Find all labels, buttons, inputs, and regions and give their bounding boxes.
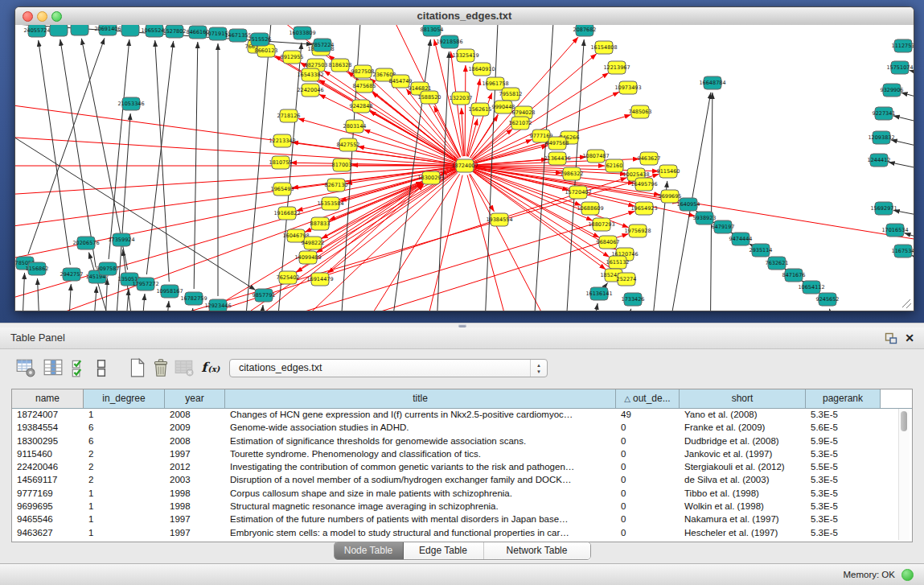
graph-node[interactable]: 7485063	[629, 105, 652, 118]
graph-node[interactable]: 1733426	[622, 293, 645, 306]
column-header-year[interactable]: year	[165, 389, 225, 408]
graph-node[interactable]: 8471676	[782, 269, 806, 282]
graph-node[interactable]: 9097587	[97, 262, 120, 275]
graph-node[interactable]: 8912955	[281, 51, 304, 64]
graph-node[interactable]: 12093832	[868, 131, 894, 144]
graph-edge[interactable]	[893, 116, 914, 126]
graph-edge[interactable]	[910, 70, 914, 77]
graph-node[interactable]: 9474444	[729, 233, 753, 245]
float-panel-icon[interactable]	[885, 332, 897, 344]
graph-node[interactable]: 1615132	[606, 256, 630, 269]
select-columns-button[interactable]	[41, 356, 65, 380]
graph-node[interactable]: 8475685	[353, 80, 376, 93]
graph-node[interactable]: 19218586	[436, 35, 462, 48]
graph-edge[interactable]	[67, 284, 71, 311]
graph-node[interactable]: 8427552	[337, 138, 360, 151]
graph-node[interactable]: 18640910	[468, 63, 495, 76]
graph-node[interactable]: 7955812	[499, 88, 523, 101]
graph-edge[interactable]	[891, 140, 914, 150]
graph-edge[interactable]	[889, 162, 914, 171]
graph-node[interactable]	[50, 25, 68, 36]
table-row[interactable]: 1938455462009Genome-wide association stu…	[12, 421, 901, 434]
graph-node[interactable]: 19384554	[486, 213, 512, 226]
graph-node[interactable]: 1244412	[868, 154, 891, 167]
table-row[interactable]: 946554611997Estimation of the future num…	[12, 513, 901, 525]
graph-node[interactable]: 6479197	[712, 220, 735, 233]
column-header-pagerank[interactable]: pagerank	[806, 389, 881, 408]
tab-node-table[interactable]: Node Table	[335, 542, 404, 559]
graph-edge[interactable]	[28, 38, 105, 253]
graph-edge[interactable]	[620, 309, 631, 311]
graph-node[interactable]: 10688609	[577, 202, 603, 215]
graph-node[interactable]: 1322037	[450, 92, 473, 105]
graph-node[interactable]: 2718126	[277, 109, 301, 122]
graph-node[interactable]: 1640954	[677, 198, 700, 211]
table-row[interactable]: 2242004622012Investigating the contribut…	[12, 460, 901, 473]
column-header-name[interactable]: name	[12, 389, 84, 408]
graph-node[interactable]: 19166822	[273, 207, 300, 220]
network-window-titlebar[interactable]: citations_edges.txt	[15, 7, 914, 26]
graph-edge[interactable]	[696, 211, 697, 212]
graph-node[interactable]: 1588520	[418, 91, 441, 104]
network-table-selector[interactable]: citations_edges.txt ▲▼	[229, 359, 548, 377]
column-header-short[interactable]: short	[680, 389, 806, 408]
graph-edge[interactable]	[912, 255, 914, 266]
graph-edge[interactable]	[162, 211, 635, 311]
delete-table-button[interactable]	[149, 356, 173, 380]
graph-node[interactable]: 12213967	[603, 61, 630, 74]
graph-node[interactable]: 7632621	[766, 257, 789, 270]
table-row[interactable]: 969969511998Structural magnetic resonanc…	[12, 500, 901, 513]
graph-node[interactable]: 8813054	[421, 25, 444, 36]
table-row[interactable]: 1456911722003Disruption of a novel membe…	[12, 473, 901, 486]
graph-edge[interactable]	[21, 273, 25, 311]
graph-node[interactable]: 24055724	[23, 25, 50, 37]
tab-edge-table[interactable]: Edge Table	[404, 542, 484, 559]
graph-edge[interactable]	[467, 175, 515, 311]
graph-node[interactable]: 16782759	[180, 292, 207, 305]
graph-node[interactable]: 7515526	[248, 33, 272, 46]
table-row[interactable]: 1872400712008Changes of HCN gene express…	[12, 408, 901, 421]
graph-node[interactable]: 16136141	[585, 287, 612, 300]
graph-edge[interactable]	[901, 93, 914, 101]
graph-node[interactable]: 16648784	[699, 76, 725, 89]
graph-node[interactable]: 17359924	[108, 233, 134, 246]
graph-edge[interactable]	[749, 244, 752, 245]
graph-node[interactable]: 1156862	[26, 262, 49, 275]
graph-edge[interactable]	[38, 278, 41, 311]
graph-node[interactable]: 9242848	[350, 100, 373, 113]
graph-edge[interactable]	[588, 303, 598, 311]
scrollbar-thumb[interactable]	[901, 411, 907, 431]
graph-node[interactable]: 1527802	[163, 25, 187, 38]
graph-node[interactable]: 9245652	[816, 293, 840, 306]
graph-node[interactable]: 9498222	[302, 237, 325, 249]
graph-node[interactable]: 16154808	[590, 41, 617, 54]
vertical-scrollbar[interactable]	[898, 409, 910, 540]
graph-node[interactable]: 19756928	[624, 225, 651, 237]
graph-node[interactable]: 9329906	[881, 84, 904, 97]
graph-node[interactable]: 10654112	[798, 281, 824, 294]
new-document-button[interactable]	[125, 356, 150, 380]
graph-node[interactable]: 7625402	[277, 271, 300, 284]
graph-node[interactable]: 1562615	[469, 103, 492, 116]
graph-node[interactable]	[71, 25, 88, 35]
graph-edge[interactable]	[465, 65, 466, 156]
graph-node[interactable]: 1621072	[509, 117, 532, 130]
graph-node[interactable]: 12213343	[269, 134, 295, 147]
tab-network-table[interactable]: Network Table	[484, 542, 590, 559]
graph-node[interactable]: 5938923	[693, 212, 717, 225]
column-header-out_de[interactable]: △out_de...	[616, 389, 680, 408]
graph-node[interactable]: 19654923	[630, 202, 657, 215]
graph-node[interactable]: 20691406	[94, 25, 121, 35]
graph-node[interactable]: 8267130	[325, 179, 348, 192]
graph-node[interactable]: 14099489	[294, 251, 321, 264]
graph-edge[interactable]	[15, 97, 455, 164]
graph-node[interactable]: 10958167	[156, 285, 183, 298]
column-header-title[interactable]: title	[225, 389, 616, 408]
graph-node[interactable]: 15692971	[870, 202, 897, 215]
graph-node[interactable]: 9227341	[873, 107, 896, 120]
stacked-cells-button[interactable]	[89, 356, 113, 380]
table-settings-button[interactable]	[14, 356, 38, 380]
graph-node[interactable]: 1167534	[892, 245, 914, 257]
graph-edge[interactable]	[91, 286, 97, 311]
graph-node[interactable]: 21364436	[544, 152, 570, 165]
